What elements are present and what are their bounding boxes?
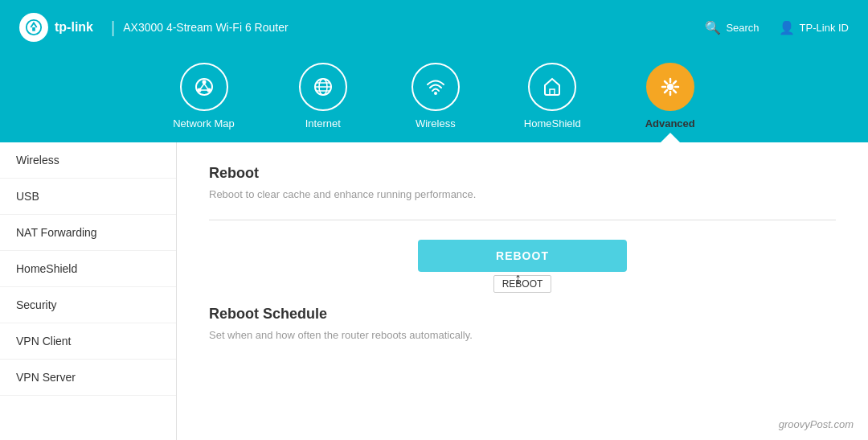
nav-item-internet[interactable]: Internet	[267, 55, 379, 142]
reboot-description: Reboot to clear cache and enhance runnin…	[209, 188, 836, 200]
section-divider	[209, 220, 836, 220]
sidebar-item-vpn-client[interactable]: VPN Client	[0, 323, 176, 360]
svg-line-6	[200, 84, 204, 89]
brand-logo: tp-link | AX3000 4-Stream Wi-Fi 6 Router	[19, 13, 289, 42]
user-icon: 👤	[779, 20, 795, 35]
svg-point-14	[434, 92, 437, 95]
nav-label-internet: Internet	[305, 117, 341, 130]
internet-icon	[299, 63, 347, 111]
user-account-button[interactable]: 👤 TP-Link ID	[779, 20, 849, 35]
sidebar: Wireless USB NAT Forwarding HomeShield S…	[0, 142, 177, 440]
navbar: Network Map Internet	[0, 55, 868, 142]
network-map-icon	[180, 63, 228, 111]
content-area: Reboot Reboot to clear cache and enhance…	[177, 142, 868, 440]
router-model: AX3000 4-Stream Wi-Fi 6 Router	[123, 21, 288, 34]
reboot-button[interactable]: REBOOT	[418, 240, 627, 272]
wireless-icon	[411, 63, 460, 111]
tp-link-svg-icon	[25, 19, 43, 36]
network-map-svg	[193, 76, 215, 98]
sidebar-item-security[interactable]: Security	[0, 287, 176, 323]
user-label: TP-Link ID	[800, 22, 849, 34]
svg-point-15	[667, 84, 674, 90]
sidebar-item-usb[interactable]: USB	[0, 179, 176, 215]
svg-line-7	[204, 84, 208, 89]
search-icon: 🔍	[705, 20, 721, 35]
header-divider: |	[111, 19, 115, 37]
reboot-button-wrapper: REBOOT ↕ REBOOT	[209, 240, 836, 293]
tp-link-logo: tp-link	[19, 13, 93, 42]
schedule-description: Set when and how often the router reboot…	[209, 329, 836, 341]
sidebar-item-vpn-server[interactable]: VPN Server	[0, 360, 176, 396]
advanced-icon	[646, 63, 694, 111]
nav-item-homeshield[interactable]: HomeShield	[492, 55, 613, 142]
search-button[interactable]: 🔍 Search	[705, 20, 759, 35]
nav-item-network-map[interactable]: Network Map	[141, 55, 267, 142]
nav-label-homeshield: HomeShield	[524, 117, 581, 130]
nav-item-wireless[interactable]: Wireless	[379, 55, 492, 142]
brand-name: tp-link	[55, 20, 93, 35]
advanced-svg	[659, 76, 682, 98]
header-right: 🔍 Search 👤 TP-Link ID	[705, 20, 849, 35]
internet-svg	[312, 76, 334, 98]
nav-label-advanced: Advanced	[645, 117, 695, 130]
nav-label-network-map: Network Map	[173, 117, 235, 130]
nav-label-wireless: Wireless	[416, 117, 456, 130]
wireless-svg	[424, 76, 447, 98]
sidebar-item-nat-forwarding[interactable]: NAT Forwarding	[0, 215, 176, 251]
svg-rect-1	[32, 27, 35, 31]
cursor-icon: ↕	[514, 270, 522, 287]
tp-link-icon	[19, 13, 48, 42]
nav-item-advanced[interactable]: Advanced	[613, 55, 727, 142]
homeshield-svg	[541, 76, 563, 98]
schedule-title: Reboot Schedule	[209, 306, 836, 323]
search-label: Search	[726, 22, 759, 34]
svg-point-3	[202, 80, 206, 84]
reboot-title: Reboot	[209, 165, 836, 182]
homeshield-icon	[528, 63, 576, 111]
watermark: groovyPost.com	[779, 418, 854, 430]
sidebar-item-homeshield[interactable]: HomeShield	[0, 251, 176, 287]
header: tp-link | AX3000 4-Stream Wi-Fi 6 Router…	[0, 0, 868, 55]
reboot-tooltip: REBOOT	[493, 275, 552, 293]
main-container: Wireless USB NAT Forwarding HomeShield S…	[0, 142, 868, 440]
sidebar-item-wireless[interactable]: Wireless	[0, 142, 176, 179]
